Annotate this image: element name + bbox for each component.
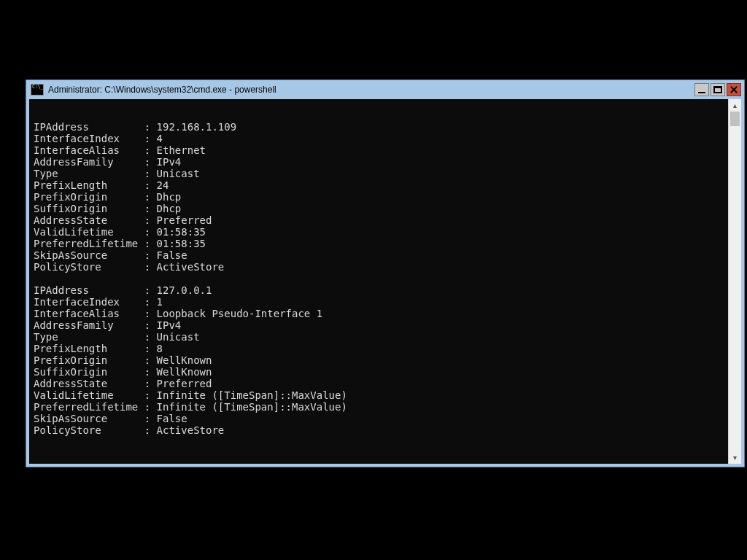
console-line: SuffixOrigin : Dhcp: [34, 203, 724, 214]
console-line: AddressFamily : IPv4: [34, 319, 724, 331]
console-line: SkipAsSource : False: [34, 249, 724, 261]
maximize-icon: [711, 84, 724, 96]
scroll-track[interactable]: [729, 112, 741, 451]
console-line: IPAddress : 127.0.0.1: [34, 284, 724, 296]
client-area: IPAddress : 192.168.1.109InterfaceIndex …: [29, 99, 741, 464]
console-line: InterfaceAlias : Loopback Pseudo-Interfa…: [34, 308, 724, 319]
scroll-thumb[interactable]: [730, 112, 740, 126]
titlebar[interactable]: Administrator: C:\Windows\system32\cmd.e…: [26, 80, 744, 99]
console-line: [34, 109, 724, 121]
close-icon: [727, 84, 740, 96]
minimize-icon: [695, 84, 708, 96]
scroll-up-arrow-icon[interactable]: ▴: [729, 99, 741, 112]
cmd-window: Administrator: C:\Windows\system32\cmd.e…: [26, 79, 745, 467]
console-line: PrefixLength : 24: [34, 179, 724, 191]
console-line: Type : Unicast: [34, 331, 724, 343]
console-line: Type : Unicast: [34, 168, 724, 179]
console-output[interactable]: IPAddress : 192.168.1.109InterfaceIndex …: [29, 99, 728, 464]
console-line: PrefixLength : 8: [34, 343, 724, 354]
console-line: PrefixOrigin : WellKnown: [34, 354, 724, 366]
console-line: InterfaceAlias : Ethernet: [34, 144, 724, 156]
console-line: PreferredLifetime : 01:58:35: [34, 238, 724, 249]
console-line: InterfaceIndex : 4: [34, 133, 724, 144]
console-line: AddressState : Preferred: [34, 214, 724, 226]
maximize-button[interactable]: [711, 83, 725, 96]
close-button[interactable]: [727, 83, 741, 96]
console-line: SkipAsSource : False: [34, 413, 724, 424]
console-line: ValidLifetime : 01:58:35: [34, 226, 724, 238]
console-line: ValidLifetime : Infinite ([TimeSpan]::Ma…: [34, 389, 724, 401]
console-line: InterfaceIndex : 1: [34, 296, 724, 308]
console-line: AddressFamily : IPv4: [34, 156, 724, 168]
window-title: Administrator: C:\Windows\system32\cmd.e…: [48, 85, 690, 95]
vertical-scrollbar[interactable]: ▴ ▾: [728, 99, 741, 464]
cmd-icon: [31, 84, 44, 96]
scroll-down-arrow-icon[interactable]: ▾: [729, 451, 741, 464]
minimize-button[interactable]: [694, 83, 709, 96]
console-line: PrefixOrigin : Dhcp: [34, 191, 724, 203]
console-line: AddressState : Preferred: [34, 378, 724, 389]
console-line: PolicyStore : ActiveStore: [34, 261, 724, 273]
window-controls: [694, 83, 741, 96]
console-line: [34, 273, 724, 284]
console-line: SuffixOrigin : WellKnown: [34, 366, 724, 378]
console-line: PreferredLifetime : Infinite ([TimeSpan]…: [34, 401, 724, 413]
console-line: IPAddress : 192.168.1.109: [34, 121, 724, 133]
console-line: PolicyStore : ActiveStore: [34, 424, 724, 436]
